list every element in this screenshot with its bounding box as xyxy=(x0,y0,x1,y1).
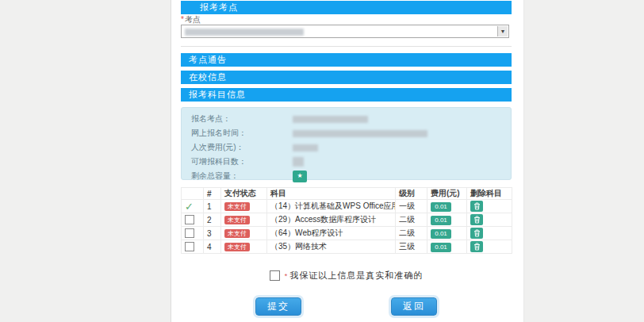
section-header-announcement[interactable]: 考点通告 xyxy=(181,53,512,67)
status-badge: 未支付 xyxy=(224,243,250,251)
selected-check-icon: ✓ xyxy=(185,201,194,213)
info-row-site-name: 报名考点： xyxy=(191,112,511,126)
delete-subject-button[interactable] xyxy=(470,214,483,225)
row-index: 3 xyxy=(204,227,221,240)
subject-name: （35）网络技术 xyxy=(267,240,396,254)
section-header-label: 报考科目信息 xyxy=(189,90,246,99)
fee-badge: 0.01 xyxy=(431,243,451,252)
redacted-value xyxy=(293,130,427,137)
row-index: 1 xyxy=(204,200,221,213)
required-asterisk: * xyxy=(181,15,184,24)
confirmation-row: * 我保证以上信息是真实和准确的 xyxy=(181,270,512,282)
level-value: 二级 xyxy=(396,227,427,240)
redacted-selected-value xyxy=(185,29,304,36)
delete-subject-button[interactable] xyxy=(470,228,483,239)
row-checkbox[interactable] xyxy=(185,242,194,251)
info-row-fee: 人次费用(元)： xyxy=(191,140,511,155)
star-icon: ★ xyxy=(297,172,302,179)
level-value: 二级 xyxy=(396,213,427,227)
confirmation-text: 我保证以上信息是真实和准确的 xyxy=(289,270,423,282)
info-row-registration-time: 网上报名时间： xyxy=(191,126,511,140)
header-subject: 科目 xyxy=(267,188,396,200)
subject-name: （29）Access数据库程序设计 xyxy=(267,213,396,227)
view-capacity-button[interactable]: ★ xyxy=(293,171,307,182)
required-asterisk: * xyxy=(285,272,288,280)
status-badge: 未支付 xyxy=(224,216,250,224)
trash-icon xyxy=(473,229,481,237)
info-row-remaining-capacity: 剩余总容量： ★ xyxy=(191,169,511,183)
header-delete: 删除科目 xyxy=(467,188,512,200)
section-header-exam-site: 报考考点 xyxy=(181,1,512,14)
confirm-checkbox[interactable] xyxy=(270,270,280,281)
exam-site-select[interactable]: ▼ xyxy=(181,25,509,38)
trash-icon xyxy=(473,216,481,224)
table-row: 4 未支付 （35）网络技术 三级 0.01 xyxy=(182,240,512,254)
row-checkbox[interactable] xyxy=(185,215,194,224)
action-buttons-row: 提交 返回 xyxy=(181,297,512,316)
status-badge: 未支付 xyxy=(224,229,250,238)
row-checkbox[interactable] xyxy=(185,228,194,238)
row-index: 4 xyxy=(204,240,221,254)
submit-button[interactable]: 提交 xyxy=(255,297,301,316)
section-header-label: 考点通告 xyxy=(189,55,227,64)
redacted-value xyxy=(293,116,368,123)
section-header-subject-info[interactable]: 报考科目信息 xyxy=(181,88,512,102)
header-index: # xyxy=(204,188,221,200)
subjects-table: # 支付状态 科目 级别 费用(元) 删除科目 ✓ 1 未支付 （14）计算机基… xyxy=(181,187,512,254)
header-payment-status: 支付状态 xyxy=(221,188,267,200)
fee-badge: 0.01 xyxy=(431,216,451,225)
section-header-label: 报考考点 xyxy=(200,2,238,12)
header-level: 级别 xyxy=(396,188,427,200)
header-select-column xyxy=(182,188,204,200)
trash-icon xyxy=(473,243,481,251)
info-label: 可增报科目数： xyxy=(191,156,293,167)
exam-site-info-panel: 报名考点： 网上报名时间： 人次费用(元)： 可增报科目数： 剩余总容量： ★ xyxy=(181,107,512,180)
table-row: 2 未支付 （29）Access数据库程序设计 二级 0.01 xyxy=(182,213,512,227)
delete-subject-button[interactable] xyxy=(470,241,483,252)
divider xyxy=(181,46,512,47)
redacted-value xyxy=(293,144,318,151)
redacted-value xyxy=(293,157,304,167)
level-value: 三级 xyxy=(396,240,427,254)
table-row: 3 未支付 （64）Web程序设计 二级 0.01 xyxy=(182,227,512,240)
header-fee: 费用(元) xyxy=(427,188,467,200)
fee-badge: 0.01 xyxy=(431,202,451,212)
back-button[interactable]: 返回 xyxy=(391,297,437,316)
info-label: 报名考点： xyxy=(191,113,293,125)
subjects-table-body: ✓ 1 未支付 （14）计算机基础及WPS Office应用 一级 0.01 2… xyxy=(182,200,512,254)
subject-name: （64）Web程序设计 xyxy=(267,227,396,240)
level-value: 一级 xyxy=(396,200,427,213)
row-index: 2 xyxy=(204,213,221,227)
subject-name: （14）计算机基础及WPS Office应用 xyxy=(267,200,396,213)
info-label: 剩余总容量： xyxy=(191,171,293,182)
fee-badge: 0.01 xyxy=(431,229,451,239)
dropdown-arrow-icon[interactable]: ▼ xyxy=(497,26,508,36)
table-header-row: # 支付状态 科目 级别 费用(元) 删除科目 xyxy=(182,188,512,200)
section-header-label: 在校信息 xyxy=(189,72,227,82)
table-row: ✓ 1 未支付 （14）计算机基础及WPS Office应用 一级 0.01 xyxy=(182,200,512,213)
section-header-school-info[interactable]: 在校信息 xyxy=(181,71,512,84)
info-row-extra-subjects: 可增报科目数： xyxy=(191,155,511,169)
delete-subject-button[interactable] xyxy=(470,201,483,212)
status-badge: 未支付 xyxy=(224,202,250,211)
trash-icon xyxy=(473,202,481,210)
page-content-column: 报考考点 *考点 ▼ 考点通告 在校信息 报考科目信息 报名考点： 网上报名时间… xyxy=(171,0,524,322)
exam-site-field-label: *考点 xyxy=(181,16,512,24)
info-label: 网上报名时间： xyxy=(191,128,293,139)
info-label: 人次费用(元)： xyxy=(191,142,293,153)
